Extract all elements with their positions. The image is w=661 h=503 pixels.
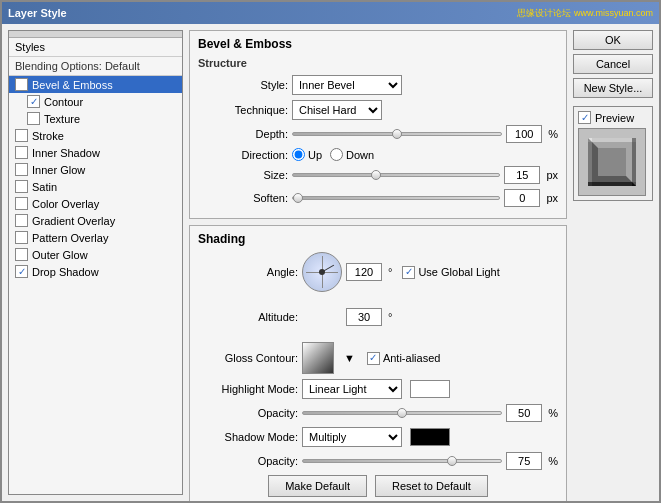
action-buttons-panel: OK Cancel New Style... Preview	[573, 30, 653, 495]
shadow-opacity-input[interactable]	[506, 452, 542, 470]
style-label: Style:	[198, 79, 288, 91]
make-default-button[interactable]: Make Default	[268, 475, 367, 497]
checkbox-preview[interactable]	[578, 111, 591, 124]
checkbox-anti-aliased[interactable]	[367, 352, 380, 365]
technique-select[interactable]: Smooth Chisel Hard Chisel Soft	[292, 100, 382, 120]
checkbox-stroke[interactable]	[15, 129, 28, 142]
shadow-color-swatch[interactable]	[410, 428, 450, 446]
direction-group: Up Down	[292, 148, 374, 161]
style-select[interactable]: Inner Bevel Outer Bevel Emboss Pillow Em…	[292, 75, 402, 95]
technique-label: Technique:	[198, 104, 288, 116]
label-bevel-emboss: Bevel & Emboss	[32, 79, 113, 91]
angle-circle[interactable]	[302, 252, 342, 292]
checkbox-satin[interactable]	[15, 180, 28, 193]
size-slider[interactable]	[292, 173, 500, 177]
size-thumb	[371, 170, 381, 180]
angle-input[interactable]	[346, 263, 382, 281]
sidebar-item-texture[interactable]: Texture	[9, 110, 182, 127]
altitude-unit: °	[388, 311, 392, 323]
sidebar-item-gradient-overlay[interactable]: Gradient Overlay	[9, 212, 182, 229]
angle-label: Angle:	[198, 266, 298, 278]
checkbox-inner-shadow[interactable]	[15, 146, 28, 159]
highlight-opacity-thumb	[397, 408, 407, 418]
checkbox-pattern-overlay[interactable]	[15, 231, 28, 244]
depth-input[interactable]	[506, 125, 542, 143]
gloss-row: Gloss Contour: ▼ Anti-aliased	[198, 342, 558, 374]
cancel-button[interactable]: Cancel	[573, 54, 653, 74]
label-pattern-overlay: Pattern Overlay	[32, 232, 108, 244]
highlight-mode-select[interactable]: Normal Multiply Screen Linear Light Over…	[302, 379, 402, 399]
preview-label: Preview	[595, 112, 634, 124]
altitude-label: Altitude:	[198, 311, 298, 323]
soften-input[interactable]	[504, 189, 540, 207]
checkbox-bevel-emboss[interactable]	[15, 78, 28, 91]
soften-row: Soften: px	[198, 189, 558, 207]
sidebar-item-drop-shadow[interactable]: Drop Shadow	[9, 263, 182, 280]
structure-title: Structure	[198, 57, 558, 69]
size-label: Size:	[198, 169, 288, 181]
label-color-overlay: Color Overlay	[32, 198, 99, 210]
styles-label: Styles	[9, 38, 182, 57]
size-unit: px	[546, 169, 558, 181]
checkbox-global-light[interactable]	[402, 266, 415, 279]
size-input[interactable]	[504, 166, 540, 184]
shadow-opacity-slider[interactable]	[302, 459, 502, 463]
checkbox-inner-glow[interactable]	[15, 163, 28, 176]
sidebar-item-bevel-emboss[interactable]: Bevel & Emboss	[9, 76, 182, 93]
preview-box: Preview	[573, 106, 653, 201]
size-row: Size: px	[198, 166, 558, 184]
layer-style-window: Layer Style 思缘设计论坛 www.missyuan.com Styl…	[0, 0, 661, 503]
technique-row: Technique: Smooth Chisel Hard Chisel Sof…	[198, 100, 558, 120]
soften-slider[interactable]	[292, 196, 500, 200]
highlight-mode-row: Highlight Mode: Normal Multiply Screen L…	[198, 379, 558, 399]
shadow-mode-row: Shadow Mode: Multiply Normal Screen Over…	[198, 427, 558, 447]
altitude-input[interactable]	[346, 308, 382, 326]
shadow-mode-select[interactable]: Multiply Normal Screen Overlay	[302, 427, 402, 447]
checkbox-outer-glow[interactable]	[15, 248, 28, 261]
direction-up[interactable]: Up	[292, 148, 322, 161]
checkbox-drop-shadow[interactable]	[15, 265, 28, 278]
window-title: Layer Style	[8, 7, 67, 19]
highlight-opacity-input[interactable]	[506, 404, 542, 422]
sidebar-item-color-overlay[interactable]: Color Overlay	[9, 195, 182, 212]
new-style-button[interactable]: New Style...	[573, 78, 653, 98]
label-stroke: Stroke	[32, 130, 64, 142]
depth-unit: %	[548, 128, 558, 140]
checkbox-contour[interactable]	[27, 95, 40, 108]
label-down: Down	[346, 149, 374, 161]
radio-down[interactable]	[330, 148, 343, 161]
logo: 思缘设计论坛 www.missyuan.com	[517, 7, 653, 20]
ok-button[interactable]: OK	[573, 30, 653, 50]
label-contour: Contour	[44, 96, 83, 108]
label-outer-glow: Outer Glow	[32, 249, 88, 261]
sidebar-item-satin[interactable]: Satin	[9, 178, 182, 195]
shadow-opacity-thumb	[447, 456, 457, 466]
left-panel: Styles Blending Options: Default Bevel &…	[8, 30, 183, 495]
gloss-label: Gloss Contour:	[198, 352, 298, 364]
preview-svg	[583, 133, 641, 191]
highlight-color-swatch[interactable]	[410, 380, 450, 398]
sidebar-item-inner-shadow[interactable]: Inner Shadow	[9, 144, 182, 161]
direction-down[interactable]: Down	[330, 148, 374, 161]
anti-aliased-label: Anti-aliased	[383, 352, 440, 364]
reset-default-button[interactable]: Reset to Default	[375, 475, 488, 497]
sidebar-item-outer-glow[interactable]: Outer Glow	[9, 246, 182, 263]
sidebar-item-inner-glow[interactable]: Inner Glow	[9, 161, 182, 178]
checkbox-color-overlay[interactable]	[15, 197, 28, 210]
style-row: Style: Inner Bevel Outer Bevel Emboss Pi…	[198, 75, 558, 95]
checkbox-texture[interactable]	[27, 112, 40, 125]
sidebar-item-pattern-overlay[interactable]: Pattern Overlay	[9, 229, 182, 246]
depth-label: Depth:	[198, 128, 288, 140]
label-inner-shadow: Inner Shadow	[32, 147, 100, 159]
highlight-opacity-slider[interactable]	[302, 411, 502, 415]
sidebar-item-contour[interactable]: Contour	[9, 93, 182, 110]
soften-label: Soften:	[198, 192, 288, 204]
global-light-label: Use Global Light	[418, 266, 499, 278]
highlight-opacity-row: Opacity: %	[198, 404, 558, 422]
depth-slider[interactable]	[292, 132, 502, 136]
checkbox-gradient-overlay[interactable]	[15, 214, 28, 227]
sidebar-item-stroke[interactable]: Stroke	[9, 127, 182, 144]
gloss-preview[interactable]	[302, 342, 334, 374]
shadow-opacity-label: Opacity:	[198, 455, 298, 467]
radio-up[interactable]	[292, 148, 305, 161]
